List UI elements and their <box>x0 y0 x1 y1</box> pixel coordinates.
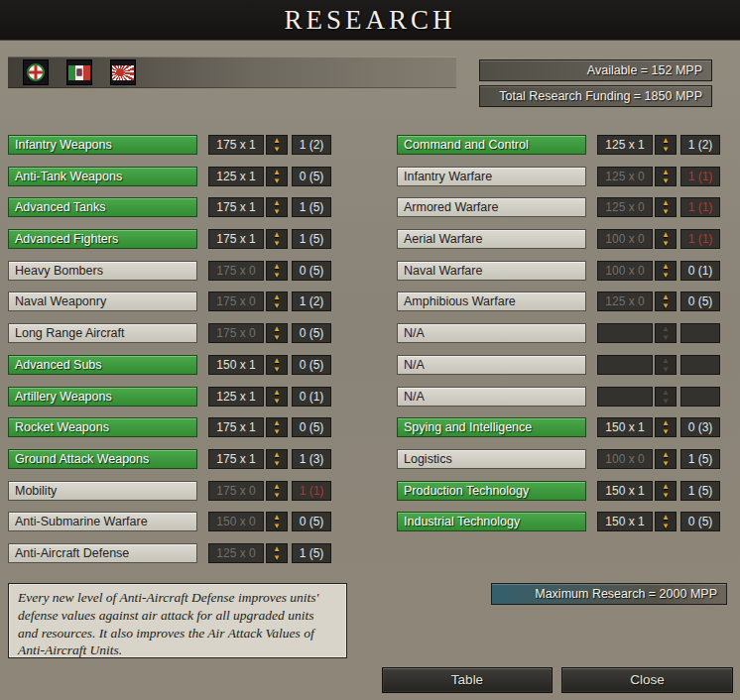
category-naval-weaponry[interactable]: Naval Weaponry <box>8 292 197 311</box>
level-spinner[interactable]: ▲▼ <box>266 355 288 375</box>
increase-arrow-icon[interactable]: ▲ <box>662 418 670 427</box>
decrease-arrow-icon[interactable]: ▼ <box>273 301 281 310</box>
category-production-technology[interactable]: Production Technology <box>397 481 586 501</box>
decrease-arrow-icon[interactable]: ▼ <box>662 301 670 310</box>
level-spinner[interactable]: ▲▼ <box>655 167 677 186</box>
decrease-arrow-icon[interactable]: ▼ <box>662 427 670 436</box>
level-spinner[interactable]: ▲▼ <box>266 449 288 469</box>
level-spinner[interactable]: ▲▼ <box>655 229 677 249</box>
level-spinner[interactable]: ▲▼ <box>266 135 288 155</box>
decrease-arrow-icon[interactable]: ▼ <box>662 271 670 280</box>
increase-arrow-icon[interactable]: ▲ <box>273 292 281 301</box>
decrease-arrow-icon[interactable]: ▼ <box>273 207 281 216</box>
decrease-arrow-icon[interactable]: ▼ <box>273 239 281 248</box>
decrease-arrow-icon[interactable]: ▼ <box>273 333 281 342</box>
category-infantry-warfare[interactable]: Infantry Warfare <box>397 167 586 186</box>
increase-arrow-icon[interactable]: ▲ <box>273 418 281 427</box>
category-ground-attack-weapons[interactable]: Ground Attack Weapons <box>8 449 197 469</box>
level-spinner[interactable]: ▲▼ <box>655 449 677 469</box>
category-advanced-fighters[interactable]: Advanced Fighters <box>8 229 197 249</box>
decrease-arrow-icon[interactable]: ▼ <box>273 427 281 436</box>
decrease-arrow-icon[interactable]: ▼ <box>662 459 670 468</box>
flag-italian-roundel[interactable] <box>23 59 49 85</box>
decrease-arrow-icon[interactable]: ▼ <box>662 176 670 185</box>
category-industrial-technology[interactable]: Industrial Technology <box>397 512 586 531</box>
increase-arrow-icon[interactable]: ▲ <box>273 450 281 459</box>
category-advanced-tanks[interactable]: Advanced Tanks <box>8 197 197 217</box>
decrease-arrow-icon[interactable]: ▼ <box>662 491 670 500</box>
level-spinner[interactable]: ▲▼ <box>655 135 677 155</box>
increase-arrow-icon[interactable]: ▲ <box>662 198 670 207</box>
increase-arrow-icon[interactable]: ▲ <box>662 450 670 459</box>
category-advanced-subs[interactable]: Advanced Subs <box>8 355 197 375</box>
category-command-and-control[interactable]: Command and Control <box>397 135 586 155</box>
level-spinner[interactable]: ▲▼ <box>266 292 288 311</box>
level-spinner[interactable]: ▲▼ <box>655 417 677 437</box>
increase-arrow-icon[interactable]: ▲ <box>273 544 281 553</box>
level-spinner[interactable]: ▲▼ <box>655 481 677 501</box>
decrease-arrow-icon[interactable]: ▼ <box>662 239 670 248</box>
category-heavy-bombers[interactable]: Heavy Bombers <box>8 261 197 281</box>
flag-kingdom-of-italy[interactable] <box>66 59 92 85</box>
increase-arrow-icon[interactable]: ▲ <box>273 262 281 271</box>
increase-arrow-icon[interactable]: ▲ <box>662 482 670 491</box>
level-spinner[interactable]: ▲▼ <box>655 292 677 311</box>
level-spinner[interactable]: ▲▼ <box>266 481 288 501</box>
decrease-arrow-icon[interactable]: ▼ <box>273 491 281 500</box>
category-aerial-warfare[interactable]: Aerial Warfare <box>397 229 586 249</box>
increase-arrow-icon[interactable]: ▲ <box>273 136 281 145</box>
increase-arrow-icon[interactable]: ▲ <box>273 198 281 207</box>
increase-arrow-icon[interactable]: ▲ <box>273 230 281 239</box>
increase-arrow-icon[interactable]: ▲ <box>662 168 670 176</box>
category-naval-warfare[interactable]: Naval Warfare <box>397 261 586 281</box>
level-spinner[interactable]: ▲▼ <box>266 229 288 249</box>
increase-arrow-icon[interactable]: ▲ <box>662 513 670 522</box>
category-anti-submarine-warfare[interactable]: Anti-Submarine Warfare <box>8 512 197 531</box>
category-infantry-weapons[interactable]: Infantry Weapons <box>8 135 197 155</box>
increase-arrow-icon[interactable]: ▲ <box>662 136 670 145</box>
decrease-arrow-icon[interactable]: ▼ <box>273 176 281 185</box>
decrease-arrow-icon[interactable]: ▼ <box>273 522 281 530</box>
decrease-arrow-icon[interactable]: ▼ <box>662 207 670 216</box>
level-spinner[interactable]: ▲▼ <box>655 197 677 217</box>
category-logistics[interactable]: Logistics <box>397 449 586 469</box>
category-anti-aircraft-defense[interactable]: Anti-Aircraft Defense <box>8 543 197 563</box>
increase-arrow-icon[interactable]: ▲ <box>662 230 670 239</box>
level-spinner[interactable]: ▲▼ <box>655 261 677 281</box>
level-spinner[interactable]: ▲▼ <box>266 543 288 563</box>
decrease-arrow-icon[interactable]: ▼ <box>273 553 281 562</box>
increase-arrow-icon[interactable]: ▲ <box>273 482 281 491</box>
category-long-range-aircraft[interactable]: Long Range Aircraft <box>8 323 197 343</box>
decrease-arrow-icon[interactable]: ▼ <box>662 145 670 154</box>
increase-arrow-icon[interactable]: ▲ <box>273 388 281 397</box>
level-spinner[interactable]: ▲▼ <box>655 512 677 531</box>
category-anti-tank-weapons[interactable]: Anti-Tank Weapons <box>8 167 197 186</box>
category-amphibious-warfare[interactable]: Amphibious Warfare <box>397 292 586 311</box>
decrease-arrow-icon[interactable]: ▼ <box>273 145 281 154</box>
table-button[interactable]: Table <box>382 667 553 693</box>
level-spinner[interactable]: ▲▼ <box>266 417 288 437</box>
level-spinner[interactable]: ▲▼ <box>266 323 288 343</box>
increase-arrow-icon[interactable]: ▲ <box>662 262 670 271</box>
increase-arrow-icon[interactable]: ▲ <box>273 168 281 176</box>
decrease-arrow-icon[interactable]: ▼ <box>273 459 281 468</box>
increase-arrow-icon[interactable]: ▲ <box>273 324 281 333</box>
decrease-arrow-icon[interactable]: ▼ <box>273 271 281 280</box>
decrease-arrow-icon[interactable]: ▼ <box>273 397 281 406</box>
increase-arrow-icon[interactable]: ▲ <box>662 292 670 301</box>
category-mobility[interactable]: Mobility <box>8 481 197 501</box>
decrease-arrow-icon[interactable]: ▼ <box>273 365 281 374</box>
increase-arrow-icon[interactable]: ▲ <box>273 356 281 365</box>
close-button[interactable]: Close <box>561 667 733 693</box>
category-rocket-weapons[interactable]: Rocket Weapons <box>8 417 197 437</box>
level-spinner[interactable]: ▲▼ <box>266 261 288 281</box>
category-armored-warfare[interactable]: Armored Warfare <box>397 197 586 217</box>
category-artillery-weapons[interactable]: Artillery Weapons <box>8 387 197 407</box>
level-spinner[interactable]: ▲▼ <box>266 512 288 531</box>
decrease-arrow-icon[interactable]: ▼ <box>662 522 670 530</box>
level-spinner[interactable]: ▲▼ <box>266 197 288 217</box>
level-spinner[interactable]: ▲▼ <box>266 167 288 186</box>
increase-arrow-icon[interactable]: ▲ <box>273 513 281 522</box>
flag-japan[interactable] <box>110 59 136 85</box>
level-spinner[interactable]: ▲▼ <box>266 387 288 407</box>
